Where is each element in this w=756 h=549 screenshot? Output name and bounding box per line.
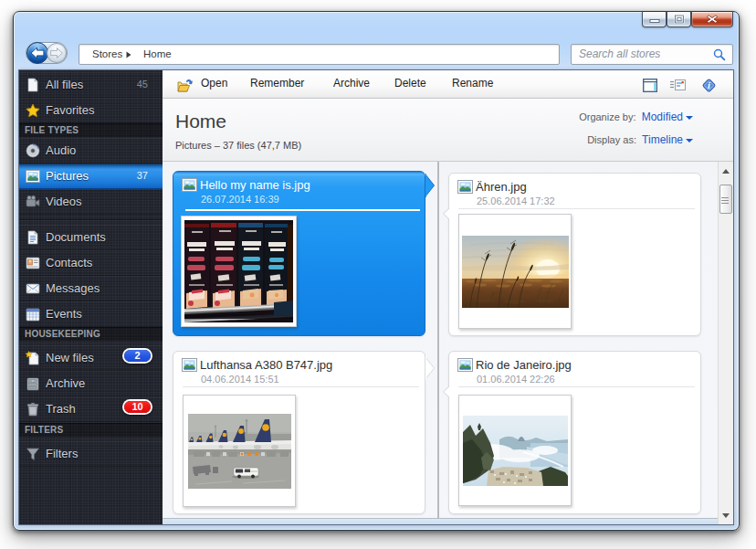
svg-text:i: i [708, 80, 710, 90]
